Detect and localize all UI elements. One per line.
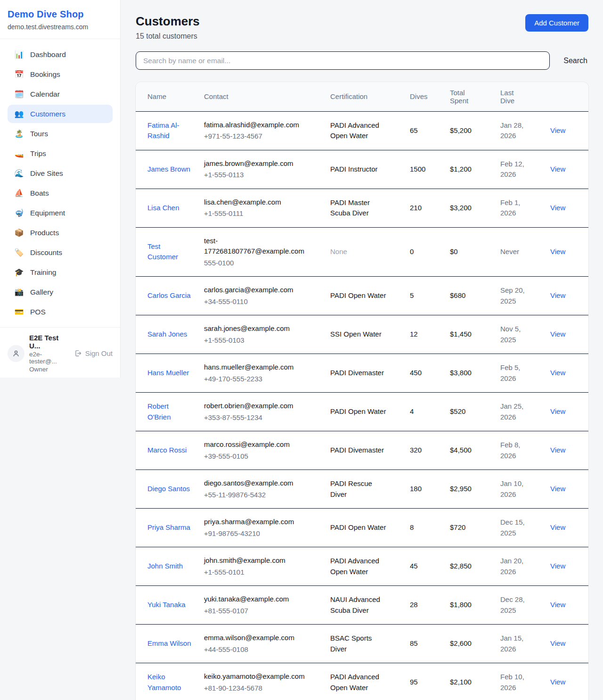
customer-email: lisa.chen@example.com [204,197,310,208]
customer-name-link[interactable]: Robert O'Brien [147,401,193,422]
customer-name-link[interactable]: Diego Santos [147,484,190,494]
customer-name-link[interactable]: Priya Sharma [147,522,190,533]
customer-dives-cell: 320 [410,431,450,470]
sidebar-item-pos[interactable]: 💳 POS [8,303,113,321]
view-link[interactable]: View [550,678,565,686]
customer-dives-cell: 1500 [410,150,450,189]
view-link[interactable]: View [550,369,565,377]
customer-total-spent-cell: $2,950 [450,470,500,509]
customer-contact-cell: test-1772681807767@example.com 555-0100 [204,227,330,277]
customer-name-link[interactable]: Emma Wilson [147,638,191,649]
last-dive-value: Jan 10, 2026 [500,478,534,500]
customer-actions-cell: View [550,150,588,189]
last-dive-value: Feb 5, 2026 [500,362,534,384]
view-link[interactable]: View [550,204,565,212]
customer-total-spent-cell: $2,850 [450,547,500,586]
sidebar-item-calendar[interactable]: 🗓️ Calendar [8,85,113,103]
customer-certification-cell: None [330,227,410,277]
customer-name-link[interactable]: Sarah Jones [147,329,187,340]
view-link[interactable]: View [550,446,565,454]
column-header-certification: Certification [330,82,410,111]
sidebar-item-label: Customers [30,110,65,118]
customer-name-cell: Emma Wilson [136,625,204,663]
view-link[interactable]: View [550,562,565,570]
view-link[interactable]: View [550,601,565,609]
view-link[interactable]: View [550,407,565,415]
customer-name-link[interactable]: Keiko Yamamoto [147,672,193,693]
shop-subdomain: demo.test.divestreams.com [8,23,113,31]
table-row: John Smith john.smith@example.com +1-555… [136,547,588,586]
last-dive-value: Jan 15, 2026 [500,633,534,654]
customer-total-spent-cell: $680 [450,277,500,315]
customer-email: emma.wilson@example.com [204,633,310,643]
sign-out-button[interactable]: Sign Out [74,349,113,357]
customer-name-link[interactable]: Fatima Al-Rashid [147,120,193,141]
sidebar-item-boats[interactable]: ⛵ Boats [8,184,113,202]
view-link[interactable]: View [550,523,565,531]
search-input[interactable] [136,51,550,70]
customer-name-cell: John Smith [136,547,204,586]
customer-name-link[interactable]: Carlos Garcia [147,290,191,301]
sidebar-item-training[interactable]: 🎓 Training [8,263,113,281]
view-link[interactable]: View [550,639,565,647]
customer-email: marco.rossi@example.com [204,439,310,450]
customer-phone: +81-90-1234-5678 [204,683,326,694]
view-link[interactable]: View [550,330,565,338]
add-customer-button[interactable]: Add Customer [525,14,588,32]
sidebar-item-bookings[interactable]: 📅 Bookings [8,65,113,83]
certification-label: PADI Open Water [330,290,386,301]
customer-last-dive-cell: Jan 20, 2026 [500,547,550,586]
customer-contact-cell: diego.santos@example.com +55-11-99876-54… [204,470,330,509]
customer-certification-cell: PADI Open Water [330,509,410,547]
sidebar-item-dashboard[interactable]: 📊 Dashboard [8,45,113,64]
sidebar-item-gallery[interactable]: 📸 Gallery [8,283,113,301]
search-button[interactable]: Search [562,54,588,68]
customer-actions-cell: View [550,663,588,700]
customer-name-link[interactable]: Lisa Chen [147,203,179,214]
sidebar-item-trips[interactable]: 🚤 Trips [8,144,113,163]
view-link[interactable]: View [550,165,565,173]
customer-phone: +1-555-0101 [204,567,326,578]
customer-name-link[interactable]: Yuki Tanaka [147,600,186,610]
sidebar-item-customers[interactable]: 👥 Customers [8,105,113,123]
customer-contact-cell: lisa.chen@example.com +1-555-0111 [204,189,330,227]
customer-name-link[interactable]: James Brown [147,164,190,175]
table-header-row: Name Contact Certification Dives Total S… [136,82,588,111]
shop-title[interactable]: Demo Dive Shop [8,9,113,20]
customer-name-link[interactable]: Hans Mueller [147,368,189,379]
customer-phone: +1-555-0111 [204,208,326,219]
view-link[interactable]: View [550,247,565,255]
customer-email: fatima.alrashid@example.com [204,120,310,131]
sidebar-item-tours[interactable]: 🏝️ Tours [8,124,113,143]
last-dive-value: Dec 28, 2025 [500,594,534,616]
sidebar-item-label: Trips [30,149,46,158]
customer-total-spent-cell: $720 [450,509,500,547]
customer-last-dive-cell: Jan 10, 2026 [500,470,550,509]
customer-email: keiko.yamamoto@example.com [204,671,310,682]
nav-item-icon: 💳 [14,307,24,316]
customer-phone: 555-0100 [204,258,326,269]
sidebar-item-discounts[interactable]: 🏷️ Discounts [8,243,113,262]
view-link[interactable]: View [550,485,565,493]
customer-email: john.smith@example.com [204,555,310,566]
sidebar-item-products[interactable]: 📦 Products [8,223,113,242]
customer-name-link[interactable]: Test Customer [147,241,193,263]
customer-dives-cell: 8 [410,509,450,547]
view-link[interactable]: View [550,291,565,299]
sidebar-item-dive-sites[interactable]: 🌊 Dive Sites [8,164,113,182]
last-dive-value: Jan 25, 2026 [500,401,534,422]
customer-name-link[interactable]: Marco Rossi [147,445,187,456]
sidebar-item-label: Bookings [30,70,60,79]
customer-certification-cell: SSI Open Water [330,315,410,354]
customer-last-dive-cell: Jan 28, 2026 [500,111,550,150]
customer-contact-cell: john.smith@example.com +1-555-0101 [204,547,330,586]
customer-email: sarah.jones@example.com [204,323,310,334]
customer-last-dive-cell: Feb 1, 2026 [500,189,550,227]
sidebar-nav: 📊 Dashboard 📅 Bookings 🗓️ Calendar 👥 Cus… [0,39,120,327]
customer-name-link[interactable]: John Smith [147,561,183,572]
customer-dives-cell: 85 [410,625,450,663]
sidebar-item-equipment[interactable]: 🤿 Equipment [8,204,113,222]
view-link[interactable]: View [550,126,565,134]
sidebar: Demo Dive Shop demo.test.divestreams.com… [0,0,121,378]
nav-item-icon: 📊 [14,50,24,59]
